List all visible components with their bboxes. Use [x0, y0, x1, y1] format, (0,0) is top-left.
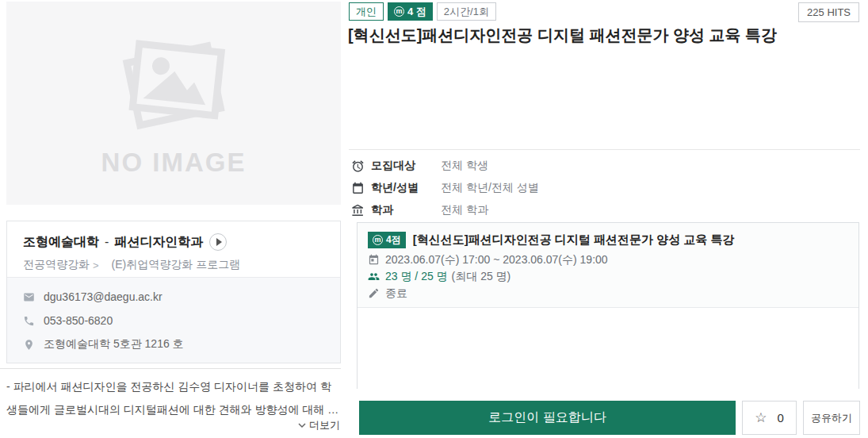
email-value: dgu36173@daegu.ac.kr — [44, 290, 163, 303]
session-status: 종료 — [385, 286, 407, 301]
program-thumbnail: NO IMAGE — [6, 2, 341, 205]
session-card[interactable]: m4점 [혁신선도]패션디자인전공 디지털 패션전문가 양성 교육 특강 202… — [357, 222, 859, 389]
department-name: 패션디자인학과 — [114, 234, 203, 251]
info-label: 학과 — [371, 203, 441, 217]
bank-icon — [351, 204, 365, 217]
dash-separator: - — [105, 235, 109, 249]
program-category-line: 전공역량강화 > (E)취업역량강화 프로그램 — [23, 258, 324, 272]
pen-icon — [368, 287, 380, 299]
contact-location: 조형예술대학 5호관 1216 호 — [23, 332, 324, 356]
contact-section: dgu36173@daegu.ac.kr 053-850-6820 조형예술대학… — [7, 277, 340, 363]
favorite-count: 0 — [777, 411, 783, 425]
session-card-body — [358, 308, 858, 390]
capacity-current: 23 명 / 25 명 — [385, 270, 448, 284]
more-label: 더보기 — [309, 419, 340, 431]
no-image-label: NO IMAGE — [6, 148, 341, 178]
info-value: 전체 학년/전체 성별 — [441, 181, 539, 195]
hits-badge: 225 HITS — [798, 2, 859, 22]
session-badge-label: 4점 — [386, 235, 401, 244]
session-title: [혁신선도]패션디자인전공 디지털 패션전문가 양성 교육 특강 — [413, 232, 735, 248]
info-value: 전체 학생 — [441, 159, 488, 173]
badge-personal: 개인 — [349, 2, 384, 21]
session-status-row: 종료 — [368, 285, 848, 302]
badge-row: 개인 m4 점 2시간/1회 — [349, 2, 496, 21]
star-icon: ☆ — [755, 411, 767, 425]
info-row-department: 학과 전체 학과 — [351, 202, 539, 219]
play-button[interactable] — [209, 233, 227, 251]
calendar-icon — [368, 254, 380, 266]
badge-mileage: m4 점 — [388, 2, 433, 21]
favorite-button[interactable]: ☆ 0 — [742, 401, 797, 435]
badge-mileage-label: 4 점 — [407, 6, 426, 17]
info-section: 모집대상 전체 학생 학년/성별 전체 학년/전체 성별 학과 전체 학과 — [351, 157, 539, 224]
college-name: 조형예술대학 — [23, 234, 99, 251]
contact-phone: 053-850-6820 — [23, 309, 324, 332]
page-title: [혁신선도]패션디자인전공 디지털 패션전문가 양성 교육 특강 — [348, 25, 863, 46]
category-label: 전공역량강화 — [23, 258, 90, 272]
chevron-down-icon — [298, 423, 306, 428]
info-label: 모집대상 — [371, 159, 441, 173]
divider — [349, 149, 860, 150]
program-detail-page: NO IMAGE 개인 m4 점 2시간/1회 225 HITS [혁신선도]패… — [0, 0, 868, 438]
session-date-row: 2023.06.07(수) 17:00 ~ 2023.06.07(수) 19:0… — [368, 252, 848, 268]
chevron-right-icon: > — [93, 259, 99, 271]
divider — [0, 368, 341, 369]
session-card-header: m4점 [혁신선도]패션디자인전공 디지털 패션전문가 양성 교육 특강 202… — [358, 223, 858, 308]
phone-value: 053-850-6820 — [44, 314, 113, 327]
session-mileage-badge: m4점 — [368, 232, 406, 248]
info-value: 전체 학과 — [441, 203, 488, 217]
more-link[interactable]: 더보기 — [6, 418, 340, 432]
alarm-clock-icon — [351, 159, 365, 173]
login-button[interactable]: 로그인이 필요합니다 — [359, 401, 736, 435]
session-title-row: m4점 [혁신선도]패션디자인전공 디지털 패션전문가 양성 교육 특강 — [368, 230, 848, 249]
session-date: 2023.06.07(수) 17:00 ~ 2023.06.07(수) 19:0… — [385, 253, 608, 267]
m-circle-icon: m — [373, 235, 383, 245]
phone-icon — [23, 315, 35, 327]
capacity-max: (최대 25 명) — [452, 270, 511, 284]
m-circle-icon: m — [394, 6, 404, 17]
department-card: 조형예술대학 - 패션디자인학과 전공역량강화 > (E)취업역량강화 프로그램… — [6, 221, 341, 363]
calendar-icon — [351, 182, 365, 195]
info-label: 학년/성별 — [371, 181, 441, 195]
badge-duration: 2시간/1회 — [437, 2, 496, 21]
info-row-target: 모집대상 전체 학생 — [351, 157, 539, 175]
program-description: - 파리에서 패션디자인을 전공하신 김수영 디자이너를 초청하여 학생들에게 … — [6, 375, 340, 421]
no-image-photo-icon — [110, 30, 237, 141]
program-type-label: (E)취업역량강화 프로그램 — [112, 258, 241, 272]
share-button[interactable]: 공유하기 — [803, 401, 860, 435]
contact-email: dgu36173@daegu.ac.kr — [23, 285, 324, 309]
session-capacity-row: 23 명 / 25 명 (최대 25 명) — [368, 268, 848, 285]
people-icon — [368, 271, 380, 282]
mail-icon — [23, 291, 35, 303]
department-title-line: 조형예술대학 - 패션디자인학과 — [23, 233, 324, 251]
location-pin-icon — [23, 339, 35, 351]
department-card-header: 조형예술대학 - 패션디자인학과 전공역량강화 > (E)취업역량강화 프로그램 — [7, 221, 340, 277]
info-row-grade-gender: 학년/성별 전체 학년/전체 성별 — [351, 179, 539, 197]
location-value: 조형예술대학 5호관 1216 호 — [44, 337, 184, 352]
